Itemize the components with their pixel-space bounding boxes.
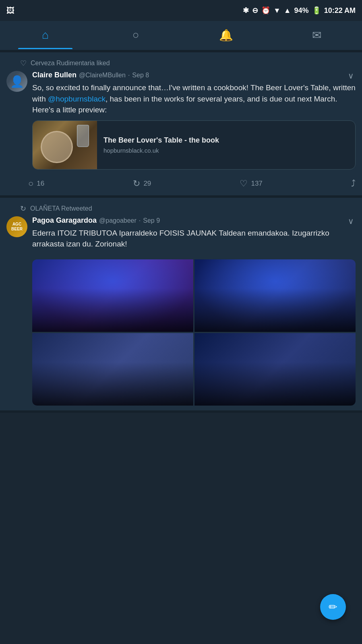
- nav-messages[interactable]: ✉: [271, 21, 362, 49]
- nav-search[interactable]: ○: [91, 21, 181, 49]
- wifi-icon: ▼: [273, 6, 281, 15]
- image-1[interactable]: [32, 259, 193, 332]
- bell-icon: 🔔: [219, 29, 233, 42]
- bluetooth-icon: ✱: [243, 6, 249, 15]
- tweet-1-avatar[interactable]: 👤: [6, 71, 27, 92]
- tweet-2-date-value: Sep 9: [143, 217, 160, 224]
- tweet-2-content: Pagoa Garagardoa @pagoabeer · Sep 9 ∨ Ed…: [32, 216, 356, 255]
- avatar-text: AGCBEER: [11, 222, 23, 232]
- link-card-title: The Beer Lover's Table - the book: [103, 136, 219, 145]
- mention-link[interactable]: @hopburnsblack: [48, 95, 105, 103]
- retweet-icon: ↻: [133, 178, 140, 189]
- share-button[interactable]: ⤴: [351, 178, 356, 189]
- link-card-image-inner: [33, 121, 97, 169]
- tweet-1-header: Claire Bullen @ClaireMBullen · Sep 8 ∨: [32, 71, 356, 81]
- navigation-bar: ⌂ ○ 🔔 ✉: [0, 21, 362, 50]
- like-count: 137: [251, 180, 262, 188]
- retweet-activity-icon: ↻: [20, 204, 26, 213]
- reply-count: 16: [37, 180, 44, 188]
- like-button[interactable]: ♡ 137: [240, 178, 262, 189]
- crowd-4: [194, 362, 356, 406]
- tweet-1-author-name[interactable]: Claire Bullen: [32, 71, 77, 79]
- nav-home[interactable]: ⌂: [0, 21, 91, 49]
- link-card-image: [33, 121, 97, 169]
- mail-icon: ✉: [312, 29, 321, 42]
- tweet-2-author: Pagoa Garagardoa @pagoabeer · Sep 9: [32, 216, 160, 225]
- tweet-2-image-grid[interactable]: [32, 259, 356, 406]
- image-2[interactable]: [194, 259, 356, 332]
- nav-notifications[interactable]: 🔔: [181, 21, 272, 49]
- tweet-1-activity-text: Cerveza Rudimentaria liked: [31, 60, 110, 67]
- tweet-2-header: Pagoa Garagardoa @pagoabeer · Sep 9 ∨: [32, 216, 356, 226]
- tweet-2-text: Ederra ITOIZ TRIBUTOA Iparraldeko FOISIS…: [32, 228, 356, 250]
- link-card-domain: hopburnsblack.co.uk: [103, 147, 219, 154]
- tweet-1: ♡ Cerveza Rudimentaria liked 👤 Claire Bu…: [0, 52, 362, 198]
- tweet-2-author-name[interactable]: Pagoa Garagardoa: [32, 216, 97, 225]
- alarm-icon: ⏰: [261, 6, 270, 15]
- tweet-1-author-handle[interactable]: @ClaireMBullen: [79, 72, 126, 79]
- retweet-button[interactable]: ↻ 29: [133, 178, 151, 189]
- tweet-1-activity: ♡ Cerveza Rudimentaria liked: [0, 57, 362, 71]
- tweet-1-author: Claire Bullen @ClaireMBullen · Sep 8: [32, 71, 149, 79]
- tweet-1-content: Claire Bullen @ClaireMBullen · Sep 8 ∨ S…: [32, 71, 356, 175]
- tweet-2-activity: ↻ OLAÑETA Retweeted: [0, 203, 362, 216]
- crowd-2: [194, 288, 356, 332]
- tweet-2-avatar[interactable]: AGCBEER: [6, 216, 27, 237]
- status-bar: 🖼 ✱ ⊖ ⏰ ▼ ▲ 94% 🔋 10:22 AM: [0, 0, 362, 21]
- link-card-text-area: The Beer Lover's Table - the book hopbur…: [97, 121, 225, 169]
- avatar-placeholder: 👤: [10, 75, 24, 88]
- minus-circle-icon: ⊖: [252, 6, 258, 15]
- battery-icon: 🔋: [312, 6, 321, 15]
- search-icon: ○: [132, 29, 139, 41]
- tweet-2: ↻ OLAÑETA Retweeted AGCBEER Pagoa Garaga…: [0, 198, 362, 413]
- clock: 10:22 AM: [324, 6, 356, 15]
- gallery-icon: 🖼: [6, 6, 14, 15]
- tweet-1-link-card[interactable]: The Beer Lover's Table - the book hopbur…: [32, 120, 356, 170]
- image-3[interactable]: [32, 333, 193, 406]
- reply-icon: ○: [28, 178, 33, 189]
- battery-percent: 94%: [294, 6, 309, 15]
- tweet-1-text: So, so excited to finally announce that……: [32, 82, 356, 116]
- tweet-1-more-button[interactable]: ∨: [346, 71, 356, 81]
- tweet-2-more-button[interactable]: ∨: [346, 216, 356, 226]
- share-icon: ⤴: [351, 178, 356, 189]
- food-plate-decoration: [41, 131, 73, 163]
- signal-icon: ▲: [284, 6, 291, 15]
- hand-glass-decoration: [77, 125, 89, 147]
- tweet-2-body: AGCBEER Pagoa Garagardoa @pagoabeer · Se…: [0, 216, 362, 255]
- crowd-3: [32, 362, 193, 406]
- retweet-count: 29: [143, 180, 151, 188]
- tweet-1-date: ·: [128, 72, 130, 79]
- crowd-1: [32, 288, 193, 332]
- home-icon: ⌂: [42, 29, 49, 41]
- reply-button[interactable]: ○ 16: [28, 178, 44, 189]
- status-right-icons: ✱ ⊖ ⏰ ▼ ▲ 94% 🔋 10:22 AM: [243, 6, 356, 15]
- tweet-1-body: 👤 Claire Bullen @ClaireMBullen · Sep 8 ∨…: [0, 71, 362, 175]
- tweet-1-date-value: Sep 8: [132, 72, 149, 79]
- status-left-icons: 🖼: [6, 6, 14, 15]
- tweet-2-date-dot: ·: [139, 217, 141, 224]
- tweet-1-actions: ○ 16 ↻ 29 ♡ 137 ⤴: [0, 177, 362, 191]
- like-icon: ♡: [240, 178, 248, 189]
- image-4[interactable]: [194, 333, 356, 406]
- tweet-2-author-handle[interactable]: @pagoabeer: [99, 217, 137, 224]
- heart-activity-icon: ♡: [20, 59, 27, 68]
- tweet-2-activity-text: OLAÑETA Retweeted: [30, 205, 92, 212]
